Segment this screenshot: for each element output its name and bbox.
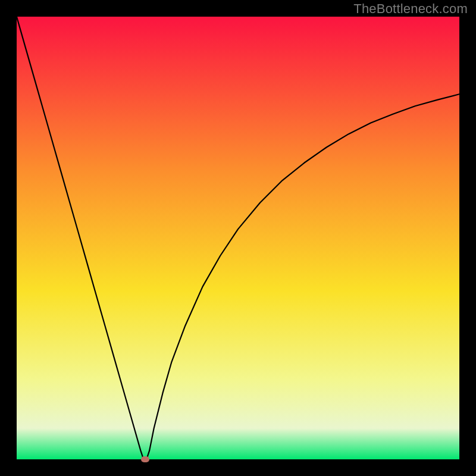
chart-frame: TheBottleneck.com (0, 0, 476, 476)
gradient-background (17, 17, 459, 459)
optimal-point-marker (141, 456, 149, 462)
attribution-text: TheBottleneck.com (353, 1, 468, 17)
plot-svg (17, 17, 459, 459)
plot-area (17, 17, 459, 459)
